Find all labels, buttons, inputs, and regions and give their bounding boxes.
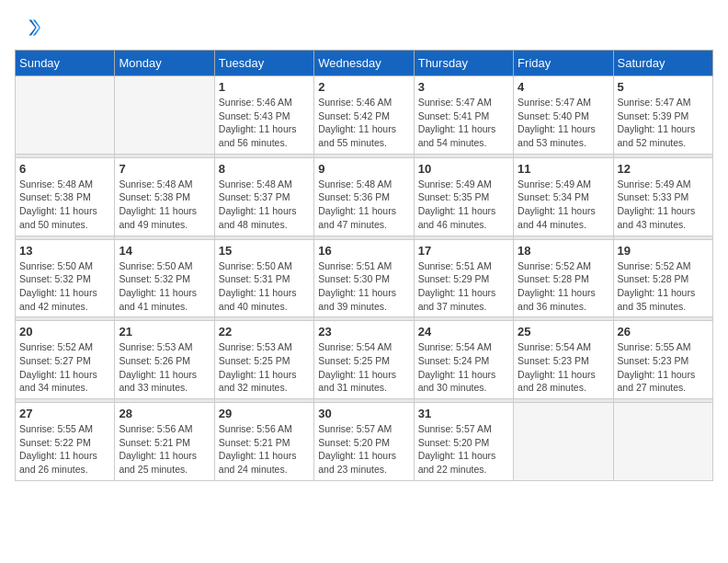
day-number: 20 [19,325,110,339]
day-info: Sunrise: 5:50 AM Sunset: 5:32 PM Dayligh… [19,259,110,314]
day-number: 31 [418,407,509,420]
calendar-cell: 20Sunrise: 5:52 AM Sunset: 5:27 PM Dayli… [16,321,115,399]
calendar-cell: 18Sunrise: 5:52 AM Sunset: 5:28 PM Dayli… [514,239,613,317]
day-number: 28 [119,407,210,420]
day-number: 19 [618,244,709,258]
day-info: Sunrise: 5:48 AM Sunset: 5:36 PM Dayligh… [318,178,409,232]
calendar-cell [115,76,214,155]
calendar-cell: 4Sunrise: 5:47 AM Sunset: 5:40 PM Daylig… [514,76,613,155]
calendar-cell: 26Sunrise: 5:55 AM Sunset: 5:23 PM Dayli… [613,321,712,399]
calendar-day-header: Saturday [613,51,712,76]
logo-icon [15,15,40,40]
day-number: 17 [418,244,509,258]
day-info: Sunrise: 5:52 AM Sunset: 5:28 PM Dayligh… [618,259,709,314]
day-info: Sunrise: 5:51 AM Sunset: 5:30 PM Dayligh… [318,259,409,314]
calendar-cell: 12Sunrise: 5:49 AM Sunset: 5:33 PM Dayli… [613,157,712,236]
calendar-cell: 22Sunrise: 5:53 AM Sunset: 5:25 PM Dayli… [214,321,313,399]
day-number: 25 [518,325,609,339]
day-info: Sunrise: 5:54 AM Sunset: 5:23 PM Dayligh… [518,340,609,395]
calendar-cell [16,76,115,155]
calendar-header-row: SundayMondayTuesdayWednesdayThursdayFrid… [16,51,713,76]
day-info: Sunrise: 5:48 AM Sunset: 5:38 PM Dayligh… [119,178,210,232]
calendar-day-header: Wednesday [314,51,414,76]
day-number: 10 [418,162,509,176]
page-header [15,15,713,40]
day-number: 21 [119,325,210,339]
day-number: 2 [318,80,409,94]
calendar-cell: 14Sunrise: 5:50 AM Sunset: 5:32 PM Dayli… [115,239,214,317]
calendar-cell: 23Sunrise: 5:54 AM Sunset: 5:25 PM Dayli… [314,321,414,399]
day-info: Sunrise: 5:47 AM Sunset: 5:39 PM Dayligh… [618,96,709,150]
day-info: Sunrise: 5:52 AM Sunset: 5:28 PM Dayligh… [518,259,609,314]
calendar-week-row: 6Sunrise: 5:48 AM Sunset: 5:38 PM Daylig… [16,157,713,236]
calendar-cell: 15Sunrise: 5:50 AM Sunset: 5:31 PM Dayli… [214,239,313,317]
day-info: Sunrise: 5:54 AM Sunset: 5:24 PM Dayligh… [418,340,509,395]
calendar-cell: 3Sunrise: 5:47 AM Sunset: 5:41 PM Daylig… [414,76,513,155]
day-info: Sunrise: 5:50 AM Sunset: 5:32 PM Dayligh… [119,259,210,314]
logo [15,15,44,40]
calendar-cell [613,403,712,481]
calendar-cell: 31Sunrise: 5:57 AM Sunset: 5:20 PM Dayli… [414,403,513,481]
calendar-cell: 19Sunrise: 5:52 AM Sunset: 5:28 PM Dayli… [613,239,712,317]
calendar-cell: 21Sunrise: 5:53 AM Sunset: 5:26 PM Dayli… [115,321,214,399]
day-info: Sunrise: 5:50 AM Sunset: 5:31 PM Dayligh… [219,259,310,314]
day-number: 14 [119,244,210,258]
day-number: 30 [318,407,409,420]
day-info: Sunrise: 5:48 AM Sunset: 5:38 PM Dayligh… [19,178,110,232]
day-info: Sunrise: 5:52 AM Sunset: 5:27 PM Dayligh… [19,340,110,395]
calendar-cell: 9Sunrise: 5:48 AM Sunset: 5:36 PM Daylig… [314,157,414,236]
day-info: Sunrise: 5:48 AM Sunset: 5:37 PM Dayligh… [219,178,310,232]
day-number: 22 [219,325,310,339]
day-info: Sunrise: 5:51 AM Sunset: 5:29 PM Dayligh… [418,259,509,314]
calendar-week-row: 1Sunrise: 5:46 AM Sunset: 5:43 PM Daylig… [16,76,713,155]
calendar-cell: 30Sunrise: 5:57 AM Sunset: 5:20 PM Dayli… [314,403,414,481]
calendar-cell: 28Sunrise: 5:56 AM Sunset: 5:21 PM Dayli… [115,403,214,481]
day-number: 29 [219,407,310,420]
day-info: Sunrise: 5:49 AM Sunset: 5:33 PM Dayligh… [618,178,709,232]
day-info: Sunrise: 5:46 AM Sunset: 5:42 PM Dayligh… [318,96,409,150]
day-number: 5 [618,80,709,94]
calendar-cell: 16Sunrise: 5:51 AM Sunset: 5:30 PM Dayli… [314,239,414,317]
calendar-cell: 27Sunrise: 5:55 AM Sunset: 5:22 PM Dayli… [16,403,115,481]
day-info: Sunrise: 5:55 AM Sunset: 5:22 PM Dayligh… [19,422,110,477]
day-number: 13 [19,244,110,258]
day-number: 8 [219,162,310,176]
calendar-week-row: 27Sunrise: 5:55 AM Sunset: 5:22 PM Dayli… [16,403,713,481]
day-info: Sunrise: 5:57 AM Sunset: 5:20 PM Dayligh… [418,422,509,477]
day-number: 24 [418,325,509,339]
calendar-cell [514,403,613,481]
calendar-cell: 8Sunrise: 5:48 AM Sunset: 5:37 PM Daylig… [214,157,313,236]
day-number: 12 [618,162,709,176]
day-info: Sunrise: 5:47 AM Sunset: 5:41 PM Dayligh… [418,96,509,150]
day-number: 7 [119,162,210,176]
calendar-day-header: Thursday [414,51,513,76]
day-info: Sunrise: 5:49 AM Sunset: 5:35 PM Dayligh… [418,178,509,232]
calendar-cell: 24Sunrise: 5:54 AM Sunset: 5:24 PM Dayli… [414,321,513,399]
day-number: 18 [518,244,609,258]
day-info: Sunrise: 5:49 AM Sunset: 5:34 PM Dayligh… [518,178,609,232]
day-number: 6 [19,162,110,176]
day-info: Sunrise: 5:53 AM Sunset: 5:25 PM Dayligh… [219,340,310,395]
day-info: Sunrise: 5:56 AM Sunset: 5:21 PM Dayligh… [219,422,310,477]
calendar-day-header: Sunday [16,51,115,76]
calendar-cell: 17Sunrise: 5:51 AM Sunset: 5:29 PM Dayli… [414,239,513,317]
day-info: Sunrise: 5:56 AM Sunset: 5:21 PM Dayligh… [119,422,210,477]
calendar-cell: 5Sunrise: 5:47 AM Sunset: 5:39 PM Daylig… [613,76,712,155]
day-info: Sunrise: 5:53 AM Sunset: 5:26 PM Dayligh… [119,340,210,395]
calendar-cell: 29Sunrise: 5:56 AM Sunset: 5:21 PM Dayli… [214,403,313,481]
day-number: 26 [618,325,709,339]
calendar-cell: 1Sunrise: 5:46 AM Sunset: 5:43 PM Daylig… [214,76,313,155]
day-number: 27 [19,407,110,420]
calendar-day-header: Tuesday [214,51,313,76]
day-number: 11 [518,162,609,176]
calendar-table: SundayMondayTuesdayWednesdayThursdayFrid… [15,50,713,481]
day-info: Sunrise: 5:47 AM Sunset: 5:40 PM Dayligh… [518,96,609,150]
calendar-week-row: 20Sunrise: 5:52 AM Sunset: 5:27 PM Dayli… [16,321,713,399]
calendar-cell: 10Sunrise: 5:49 AM Sunset: 5:35 PM Dayli… [414,157,513,236]
day-info: Sunrise: 5:55 AM Sunset: 5:23 PM Dayligh… [618,340,709,395]
day-number: 15 [219,244,310,258]
calendar-cell: 13Sunrise: 5:50 AM Sunset: 5:32 PM Dayli… [16,239,115,317]
day-number: 3 [418,80,509,94]
day-number: 9 [318,162,409,176]
calendar-cell: 6Sunrise: 5:48 AM Sunset: 5:38 PM Daylig… [16,157,115,236]
